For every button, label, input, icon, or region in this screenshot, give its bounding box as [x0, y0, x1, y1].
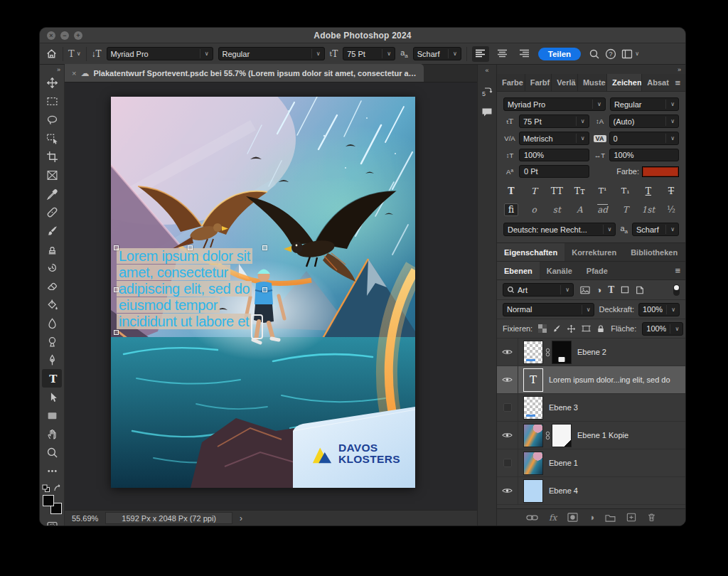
all-caps-button[interactable]: TT — [550, 184, 564, 197]
zoom-window-icon[interactable]: + — [74, 31, 82, 40]
tab-farbfelder[interactable]: Farbf — [525, 74, 552, 91]
lock-all-icon[interactable] — [596, 324, 605, 334]
char-vertical-scale-input[interactable]: 100% — [519, 149, 589, 161]
char-font-style-select[interactable]: Regular ∨ — [610, 97, 679, 111]
link-layers-icon[interactable] — [526, 513, 538, 522]
tab-muster[interactable]: Muste — [578, 74, 607, 91]
blend-mode-select[interactable]: Normal ∨ — [503, 303, 594, 316]
new-layer-icon[interactable] — [626, 513, 636, 522]
char-leading-select[interactable]: (Auto) ∨ — [609, 114, 680, 128]
toolbar-expand-icon[interactable]: » — [57, 66, 60, 73]
panel-menu-icon[interactable]: ≡ — [670, 74, 685, 91]
layer-thumbnail[interactable] — [523, 479, 543, 503]
hand-tool-button[interactable] — [42, 425, 62, 443]
subscript-button[interactable]: T₁ — [619, 184, 633, 197]
text-orientation-icon[interactable]: ↓T — [92, 49, 102, 59]
collapse-panels-icon[interactable]: » — [678, 66, 681, 73]
ligatures-button[interactable]: fi — [504, 203, 518, 216]
marquee-tool-button[interactable] — [42, 92, 62, 110]
lock-pixels-icon[interactable] — [552, 324, 561, 333]
tab-pfade[interactable]: Pfade — [579, 262, 615, 279]
layer-mask-thumbnail[interactable] — [552, 341, 572, 364]
zoom-tool-button[interactable] — [42, 443, 62, 462]
blur-tool-button[interactable] — [42, 314, 62, 332]
poster-text-line[interactable]: eiusmod tempor — [117, 297, 220, 313]
tab-korrekturen[interactable]: Korrekturen — [564, 243, 623, 261]
history-brush-tool-button[interactable] — [42, 258, 62, 277]
delete-layer-icon[interactable] — [647, 513, 656, 522]
layer-filter-select[interactable]: Art ∨ — [503, 283, 574, 297]
font-size-select[interactable]: 75 Pt ∨ — [343, 47, 395, 60]
char-anti-aliasing-select[interactable]: Scharf ∨ — [632, 223, 679, 236]
small-caps-button[interactable]: Tᴛ — [572, 184, 587, 197]
tab-farbe[interactable]: Farbe — [497, 74, 525, 91]
home-icon[interactable] — [46, 48, 58, 60]
tab-eigenschaften[interactable]: Eigenschaften — [497, 243, 564, 261]
document-info[interactable]: 1592 Px x 2048 Px (72 ppi) — [105, 512, 232, 524]
tab-kanaele[interactable]: Kanäle — [540, 262, 579, 279]
filter-toggle[interactable] — [673, 284, 680, 296]
layer-row[interactable]: Ebene 1 Kopie — [497, 422, 685, 449]
zoom-level-field[interactable]: 55.69% — [72, 514, 98, 523]
transform-handle[interactable] — [114, 245, 119, 250]
visibility-toggle[interactable] — [497, 338, 518, 366]
healing-brush-tool-button[interactable] — [42, 203, 62, 221]
workspace-icon[interactable]: ∨ — [621, 49, 639, 59]
visibility-toggle[interactable] — [497, 366, 518, 393]
visibility-toggle[interactable] — [497, 422, 518, 449]
type-tool-button[interactable]: T — [42, 369, 62, 388]
layer-mask-thumbnail[interactable] — [552, 424, 572, 447]
visibility-toggle[interactable] — [497, 449, 518, 476]
layer-row[interactable]: Ebene 3 — [497, 394, 685, 422]
poster-document[interactable]: DAVOS KLOSTERS Lorem ipsum dolor sit ame… — [111, 97, 415, 488]
char-size-select[interactable]: 75 Pt ∨ — [519, 114, 589, 128]
transform-handle[interactable] — [188, 245, 193, 250]
eyedropper-tool-button[interactable] — [42, 184, 62, 203]
contextual-alternates-button[interactable]: o — [527, 203, 541, 216]
lasso-tool-button[interactable] — [42, 110, 62, 129]
share-button[interactable]: Teilen — [538, 48, 581, 60]
filter-adjustment-layers-icon[interactable]: ◑ — [596, 285, 601, 295]
discretionary-ligatures-button[interactable]: st — [550, 203, 564, 216]
pen-tool-button[interactable] — [42, 351, 62, 369]
font-family-select[interactable]: Myriad Pro ∨ — [107, 47, 213, 60]
tab-ebenen[interactable]: Ebenen — [497, 262, 540, 279]
lock-transparency-icon[interactable] — [538, 324, 547, 333]
type-tool-preset-icon[interactable]: T∨ — [68, 48, 81, 59]
swap-colors-icon[interactable] — [53, 484, 62, 493]
poster-text-line[interactable]: Lorem ipsum dolor sit — [117, 248, 252, 264]
more-tools-button[interactable] — [42, 462, 62, 480]
opacity-select[interactable]: 100% ∨ — [638, 303, 680, 316]
foreground-background-colors[interactable] — [43, 495, 62, 514]
stylistic-alternates-button[interactable]: ad — [596, 203, 610, 216]
layer-row[interactable]: Ebene 1 — [497, 449, 685, 477]
text-layer-thumbnail[interactable]: T — [523, 368, 543, 392]
move-tool-button[interactable] — [42, 73, 62, 92]
adjustment-layer-icon[interactable]: ◑ — [589, 512, 594, 523]
close-icon[interactable]: × — [47, 31, 55, 40]
version-history-icon[interactable]: 5 — [481, 87, 493, 100]
panel-menu-icon[interactable]: ≡ — [685, 243, 686, 261]
transform-handle[interactable] — [262, 245, 267, 250]
dodge-tool-button[interactable] — [42, 332, 62, 351]
text-color-swatch[interactable] — [642, 166, 679, 177]
brush-tool-button[interactable] — [42, 221, 62, 240]
poster-text-line[interactable]: adipiscing elit, sed do — [117, 281, 252, 297]
status-chevron-icon[interactable]: › — [240, 513, 242, 523]
align-left-button[interactable] — [472, 46, 489, 62]
new-group-icon[interactable] — [605, 513, 616, 522]
minimize-icon[interactable]: − — [60, 31, 69, 40]
comments-icon[interactable] — [481, 107, 493, 120]
faux-bold-button[interactable]: T — [504, 184, 518, 197]
layer-thumbnail[interactable] — [523, 396, 543, 420]
lock-artboard-icon[interactable] — [582, 324, 591, 333]
eraser-tool-button[interactable] — [42, 277, 62, 295]
char-tracking-select[interactable]: 0 ∨ — [609, 132, 680, 145]
clone-stamp-tool-button[interactable] — [42, 240, 62, 258]
titling-alternates-button[interactable]: T — [619, 203, 633, 216]
layer-style-icon[interactable]: fx — [549, 513, 557, 523]
layer-row[interactable]: Ebene 4 — [497, 477, 685, 505]
align-center-button[interactable] — [494, 46, 511, 62]
add-mask-icon[interactable] — [567, 513, 578, 522]
tab-bibliotheken[interactable]: Bibliotheken — [623, 243, 685, 261]
